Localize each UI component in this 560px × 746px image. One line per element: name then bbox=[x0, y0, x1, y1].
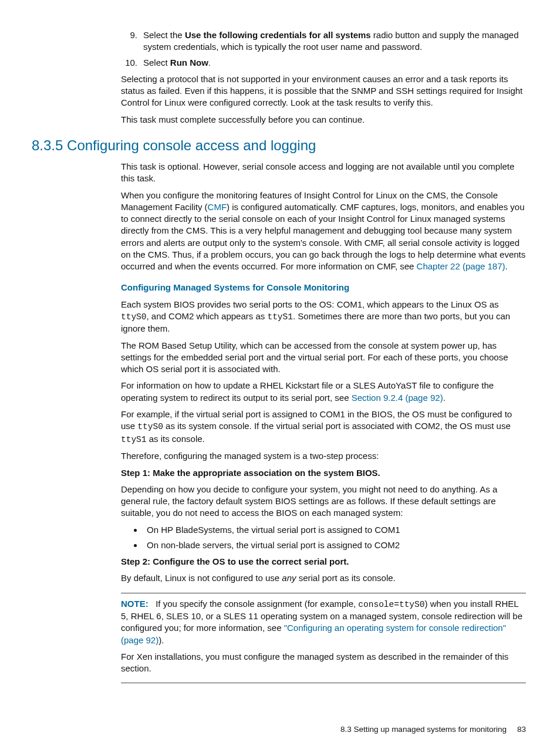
paragraph: This task is optional. However, serial c… bbox=[121, 161, 526, 185]
text: Select the bbox=[143, 30, 185, 40]
text: Select bbox=[143, 58, 170, 67]
section-title: Configuring console access and logging bbox=[67, 137, 316, 153]
footer-text: 8.3 Setting up managed systems for monit… bbox=[340, 725, 507, 734]
text: as its console. bbox=[147, 434, 205, 444]
note-label: NOTE: bbox=[121, 599, 149, 609]
code-ttys1: ttyS1 bbox=[121, 435, 147, 444]
text: serial port as its console. bbox=[296, 573, 396, 583]
code-console-ttys0: console=ttyS0 bbox=[358, 600, 424, 609]
text: . bbox=[208, 58, 211, 67]
list-number: 10. bbox=[121, 57, 137, 69]
bold-text: Step 1: Make the appropriate association… bbox=[121, 468, 380, 478]
paragraph: For example, if the virtual serial port … bbox=[121, 409, 526, 445]
text: ). bbox=[158, 635, 164, 645]
paragraph: For information on how to update a RHEL … bbox=[121, 380, 526, 404]
list-number: 9. bbox=[121, 29, 137, 53]
list-item: On non-blade servers, the virtual serial… bbox=[143, 539, 526, 551]
subheading-configuring-managed: Configuring Managed Systems for Console … bbox=[121, 282, 526, 293]
step-2-heading: Step 2: Configure the OS to use the corr… bbox=[121, 556, 526, 568]
text: . bbox=[505, 261, 508, 271]
page-number: 83 bbox=[517, 725, 526, 734]
list-item-10: 10. Select Run Now. bbox=[121, 57, 526, 69]
text: By default, Linux is not configured to u… bbox=[121, 573, 282, 583]
list-item-9: 9. Select the Use the following credenti… bbox=[121, 29, 526, 53]
text: If you specify the console assignment (f… bbox=[156, 599, 358, 609]
code-ttys0: ttyS0 bbox=[121, 312, 147, 322]
text: , and COM2 which appears as bbox=[147, 311, 268, 321]
paragraph: Selecting a protocol that is not support… bbox=[121, 73, 526, 109]
bold-text: Use the following credentials for all sy… bbox=[185, 30, 371, 40]
note-rule-top bbox=[121, 593, 526, 593]
page-footer: 8.3 Setting up managed systems for monit… bbox=[32, 724, 528, 735]
text: . bbox=[443, 393, 446, 403]
bold-text: Step 2: Configure the OS to use the corr… bbox=[121, 556, 349, 566]
link-cmf[interactable]: CMF bbox=[208, 202, 227, 212]
paragraph: The ROM Based Setup Utility, which can b… bbox=[121, 340, 526, 376]
note-paragraph: For Xen installations, you must configur… bbox=[121, 651, 526, 675]
code-ttys0: ttyS0 bbox=[137, 422, 163, 431]
list-text: Select Run Now. bbox=[143, 57, 211, 69]
ordered-list-continuation: 9. Select the Use the following credenti… bbox=[32, 29, 528, 69]
section-number: 8.3.5 bbox=[32, 137, 63, 153]
link-chapter-22[interactable]: Chapter 22 (page 187) bbox=[417, 261, 505, 271]
note-paragraph: NOTE: If you specify the console assignm… bbox=[121, 598, 526, 646]
note-rule-bottom bbox=[121, 683, 526, 683]
text: Each system BIOS provides two serial por… bbox=[121, 299, 499, 309]
paragraph: This task must complete successfully bef… bbox=[121, 114, 526, 126]
list-item: On HP BladeSystems, the virtual serial p… bbox=[143, 524, 526, 536]
paragraph: Therefore, configuring the managed syste… bbox=[121, 450, 526, 462]
step-1-heading: Step 1: Make the appropriate association… bbox=[121, 467, 526, 479]
list-text: Select the Use the following credentials… bbox=[143, 29, 526, 53]
italic-text: any bbox=[282, 573, 296, 583]
bullet-list: On HP BladeSystems, the virtual serial p… bbox=[121, 524, 526, 552]
paragraph: Each system BIOS provides two serial por… bbox=[121, 299, 526, 335]
link-section-924[interactable]: Section 9.2.4 (page 92) bbox=[352, 393, 443, 403]
paragraph: Depending on how you decide to configure… bbox=[121, 484, 526, 519]
text: as its system console. If the virtual se… bbox=[163, 421, 511, 431]
code-ttys1: ttyS1 bbox=[267, 312, 293, 322]
bold-text: Run Now bbox=[170, 58, 208, 67]
paragraph: By default, Linux is not configured to u… bbox=[121, 572, 526, 584]
section-heading-835: 8.3.5 Configuring console access and log… bbox=[32, 136, 528, 155]
paragraph: When you configure the monitoring featur… bbox=[121, 190, 526, 273]
